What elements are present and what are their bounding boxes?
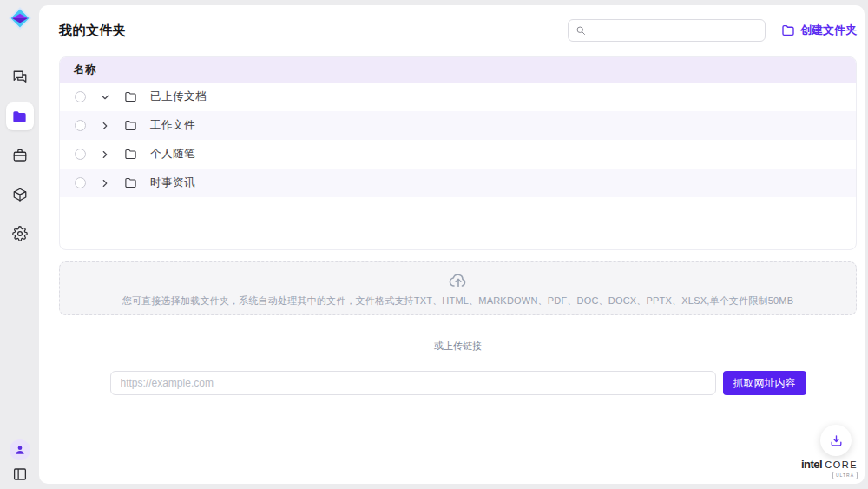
- briefcase-icon: [12, 148, 28, 163]
- intel-core-badge: intel core ultra: [801, 458, 858, 479]
- folder-row[interactable]: 时事资讯: [60, 169, 856, 197]
- gear-icon: [12, 226, 28, 241]
- folder-plus-icon: [781, 23, 795, 37]
- app-logo-icon: [8, 6, 32, 30]
- folder-filled-icon: [11, 109, 28, 125]
- folder-row[interactable]: 个人随笔: [60, 140, 856, 169]
- sidebar: [0, 0, 39, 489]
- row-checkbox[interactable]: [75, 120, 86, 131]
- sidebar-item-chat[interactable]: [6, 63, 34, 91]
- folder-name: 时事资讯: [150, 175, 195, 190]
- download-icon: [829, 433, 844, 448]
- chevron-icon[interactable]: [99, 177, 111, 189]
- upload-hint: 您可直接选择加载文件夹，系统自动处理其中的文件，文件格式支持TXT、HTML、M…: [122, 294, 793, 307]
- intel-logo-text: intel core: [801, 458, 858, 471]
- intel-ultra-tag: ultra: [832, 472, 858, 479]
- collapse-panel-icon[interactable]: [12, 466, 28, 482]
- folder-name: 已上传文档: [150, 89, 207, 104]
- chevron-icon[interactable]: [99, 91, 111, 103]
- folder-icon: [124, 176, 137, 189]
- table-header: 名称: [60, 57, 856, 83]
- folder-name: 工作文件: [150, 118, 195, 133]
- intel-brand-text: intel: [801, 458, 822, 471]
- search-icon: [575, 25, 586, 36]
- url-input[interactable]: [110, 371, 716, 395]
- search-box: [568, 19, 766, 42]
- folder-icon: [124, 119, 137, 132]
- row-checkbox[interactable]: [75, 149, 86, 160]
- link-upload-row: 抓取网址内容: [110, 371, 806, 395]
- folder-name: 个人随笔: [150, 147, 195, 162]
- person-icon: [14, 444, 26, 456]
- sidebar-footer: [10, 439, 30, 482]
- intel-core-text: core: [825, 459, 858, 470]
- search-input[interactable]: [591, 23, 758, 37]
- folder-icon: [124, 148, 137, 161]
- sidebar-item-folders[interactable]: [6, 102, 34, 130]
- sidebar-nav: [6, 63, 34, 248]
- cloud-upload-icon: [448, 270, 469, 291]
- topbar: 我的文件夹 创建文件夹: [59, 18, 857, 43]
- upload-link-label: 或上传链接: [59, 340, 857, 353]
- fetch-url-button[interactable]: 抓取网址内容: [723, 371, 806, 395]
- upload-dropzone[interactable]: 您可直接选择加载文件夹，系统自动处理其中的文件，文件格式支持TXT、HTML、M…: [59, 261, 857, 315]
- sidebar-item-box[interactable]: [6, 181, 34, 208]
- user-avatar[interactable]: [10, 439, 30, 460]
- download-fab-button[interactable]: [820, 425, 852, 456]
- folder-row[interactable]: 工作文件: [60, 111, 856, 140]
- chevron-icon[interactable]: [99, 149, 111, 161]
- row-checkbox[interactable]: [75, 177, 86, 188]
- row-checkbox[interactable]: [75, 91, 86, 102]
- folder-table: 名称 已上传文档 工作文件: [59, 56, 857, 250]
- main-panel: 我的文件夹 创建文件夹 名称: [39, 5, 865, 484]
- page-title: 我的文件夹: [59, 23, 568, 39]
- app-root: { "colors": { "accent": "#5b2cf0", "fetc…: [0, 0, 868, 489]
- create-folder-label: 创建文件夹: [800, 23, 857, 38]
- column-header-name: 名称: [74, 63, 96, 77]
- create-folder-button[interactable]: 创建文件夹: [781, 23, 857, 38]
- cube-icon: [12, 187, 28, 202]
- folder-row[interactable]: 已上传文档: [60, 83, 856, 111]
- chat-icon: [12, 69, 28, 85]
- sidebar-item-briefcase[interactable]: [6, 142, 34, 169]
- sidebar-item-settings[interactable]: [6, 220, 34, 248]
- chevron-icon[interactable]: [99, 120, 111, 132]
- folder-icon: [124, 90, 137, 103]
